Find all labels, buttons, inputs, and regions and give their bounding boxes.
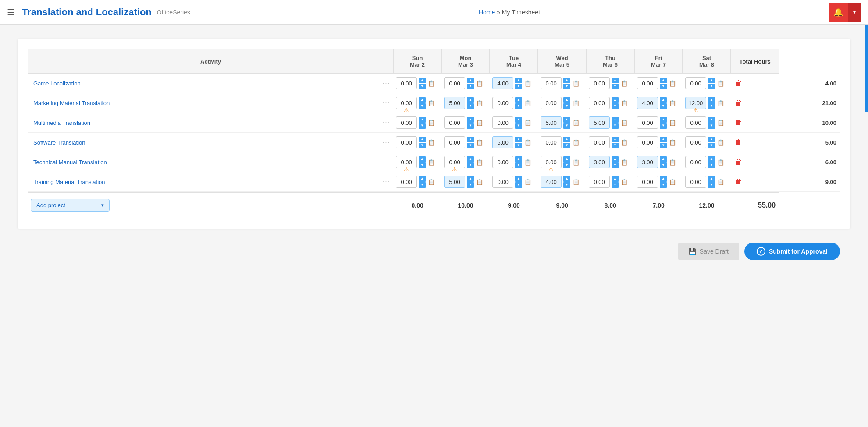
row-menu-4[interactable]: ··· — [380, 152, 393, 172]
decrement-btn-1-5[interactable]: ▼ — [660, 103, 667, 109]
hour-input-2-1[interactable] — [444, 116, 465, 129]
increment-btn-1-1[interactable]: ▲ — [467, 97, 474, 103]
note-icon-5-1[interactable]: 📋 — [476, 179, 483, 185]
hour-input-1-3[interactable] — [541, 97, 562, 109]
increment-btn-3-1[interactable]: ▲ — [467, 137, 474, 142]
notification-button[interactable]: 🔔 — [829, 3, 848, 22]
increment-btn-2-4[interactable]: ▲ — [612, 117, 619, 123]
increment-btn-4-3[interactable]: ▲ — [563, 156, 570, 162]
hour-input-5-3[interactable] — [541, 176, 562, 188]
note-icon-1-4[interactable]: 📋 — [621, 100, 628, 106]
row-menu-2[interactable]: ··· — [380, 113, 393, 133]
increment-btn-0-5[interactable]: ▲ — [660, 78, 667, 83]
increment-btn-2-2[interactable]: ▲ — [515, 117, 522, 123]
user-dropdown-button[interactable]: ▾ — [848, 3, 861, 22]
decrement-btn-2-4[interactable]: ▼ — [612, 123, 619, 129]
decrement-btn-4-4[interactable]: ▼ — [612, 162, 619, 168]
increment-btn-0-2[interactable]: ▲ — [515, 78, 522, 83]
decrement-btn-0-0[interactable]: ▼ — [419, 84, 426, 89]
hour-input-3-2[interactable] — [492, 136, 513, 148]
note-icon-1-5[interactable]: 📋 — [669, 100, 676, 106]
decrement-btn-0-5[interactable]: ▼ — [660, 84, 667, 89]
decrement-btn-1-1[interactable]: ▼ — [467, 103, 474, 109]
increment-btn-2-3[interactable]: ▲ — [563, 117, 570, 123]
decrement-btn-0-2[interactable]: ▼ — [515, 84, 522, 89]
note-icon-3-0[interactable]: 📋 — [428, 139, 435, 146]
decrement-btn-4-0[interactable]: ▼ — [419, 162, 426, 168]
increment-btn-4-0[interactable]: ▲ — [419, 156, 426, 162]
decrement-btn-3-3[interactable]: ▼ — [563, 143, 570, 148]
note-icon-5-6[interactable]: 📋 — [717, 179, 724, 185]
hour-input-3-3[interactable] — [541, 136, 562, 148]
decrement-btn-1-4[interactable]: ▼ — [612, 103, 619, 109]
note-icon-0-3[interactable]: 📋 — [573, 80, 580, 87]
increment-btn-4-4[interactable]: ▲ — [612, 156, 619, 162]
note-icon-2-1[interactable]: 📋 — [476, 120, 483, 126]
hour-input-3-1[interactable] — [444, 136, 465, 148]
increment-btn-3-6[interactable]: ▲ — [708, 137, 715, 142]
hour-input-2-4[interactable] — [589, 116, 610, 129]
note-icon-3-4[interactable]: 📋 — [621, 139, 628, 146]
note-icon-1-1[interactable]: 📋 — [476, 100, 483, 106]
nav-home-link[interactable]: Home — [479, 9, 495, 16]
decrement-btn-4-6[interactable]: ▼ — [708, 162, 715, 168]
submit-for-approval-button[interactable]: ✓ Submit for Approval — [744, 243, 840, 260]
note-icon-1-3[interactable]: 📋 — [573, 100, 580, 106]
decrement-btn-5-4[interactable]: ▼ — [612, 182, 619, 188]
decrement-btn-5-5[interactable]: ▼ — [660, 182, 667, 188]
note-icon-4-6[interactable]: 📋 — [717, 159, 724, 166]
decrement-btn-1-3[interactable]: ▼ — [563, 103, 570, 109]
decrement-btn-2-2[interactable]: ▼ — [515, 123, 522, 129]
decrement-btn-1-0[interactable]: ▼ — [419, 103, 426, 109]
delete-row-button-0[interactable]: 🗑 — [733, 78, 744, 88]
increment-btn-1-0[interactable]: ▲ — [419, 97, 426, 103]
note-icon-0-1[interactable]: 📋 — [476, 80, 483, 87]
increment-btn-1-3[interactable]: ▲ — [563, 97, 570, 103]
note-icon-0-5[interactable]: 📋 — [669, 80, 676, 87]
decrement-btn-2-1[interactable]: ▼ — [467, 123, 474, 129]
save-draft-button[interactable]: 💾 Save Draft — [678, 243, 739, 260]
decrement-btn-2-0[interactable]: ▼ — [419, 123, 426, 129]
decrement-btn-4-1[interactable]: ▼ — [467, 162, 474, 168]
decrement-btn-3-5[interactable]: ▼ — [660, 143, 667, 148]
hour-input-4-6[interactable] — [685, 156, 706, 168]
note-icon-4-4[interactable]: 📋 — [621, 159, 628, 166]
hour-input-3-4[interactable] — [589, 136, 610, 148]
decrement-btn-1-6[interactable]: ▼ — [708, 103, 715, 109]
note-icon-2-4[interactable]: 📋 — [621, 120, 628, 126]
note-icon-4-2[interactable]: 📋 — [524, 159, 531, 166]
increment-btn-5-2[interactable]: ▲ — [515, 176, 522, 182]
decrement-btn-5-1[interactable]: ▼ — [467, 182, 474, 188]
delete-row-button-5[interactable]: 🗑 — [733, 177, 744, 187]
hour-input-5-0[interactable] — [396, 176, 417, 188]
hour-input-5-1[interactable] — [444, 176, 465, 188]
increment-btn-4-1[interactable]: ▲ — [467, 156, 474, 162]
decrement-btn-3-6[interactable]: ▼ — [708, 143, 715, 148]
hour-input-1-4[interactable] — [589, 97, 610, 109]
note-icon-1-2[interactable]: 📋 — [524, 100, 531, 106]
menu-icon[interactable]: ☰ — [7, 7, 15, 18]
increment-btn-5-6[interactable]: ▲ — [708, 176, 715, 182]
decrement-btn-0-4[interactable]: ▼ — [612, 84, 619, 89]
note-icon-5-4[interactable]: 📋 — [621, 179, 628, 185]
note-icon-0-6[interactable]: 📋 — [717, 80, 724, 87]
delete-row-button-2[interactable]: 🗑 — [733, 118, 744, 127]
note-icon-1-6[interactable]: 📋 — [717, 100, 724, 106]
increment-btn-5-3[interactable]: ▲ — [563, 176, 570, 182]
hour-input-0-1[interactable] — [444, 77, 465, 89]
increment-btn-1-5[interactable]: ▲ — [660, 97, 667, 103]
increment-btn-3-0[interactable]: ▲ — [419, 137, 426, 142]
row-menu-3[interactable]: ··· — [380, 133, 393, 152]
note-icon-5-5[interactable]: 📋 — [669, 179, 676, 185]
increment-btn-3-3[interactable]: ▲ — [563, 137, 570, 142]
hour-input-5-4[interactable] — [589, 176, 610, 188]
hour-input-0-2[interactable] — [492, 77, 513, 89]
increment-btn-0-3[interactable]: ▲ — [563, 78, 570, 83]
increment-btn-0-6[interactable]: ▲ — [708, 78, 715, 83]
hour-input-3-5[interactable] — [637, 136, 658, 148]
increment-btn-0-4[interactable]: ▲ — [612, 78, 619, 83]
decrement-btn-2-6[interactable]: ▼ — [708, 123, 715, 129]
increment-btn-3-4[interactable]: ▲ — [612, 137, 619, 142]
hour-input-4-4[interactable] — [589, 156, 610, 168]
hour-input-3-6[interactable] — [685, 136, 706, 148]
